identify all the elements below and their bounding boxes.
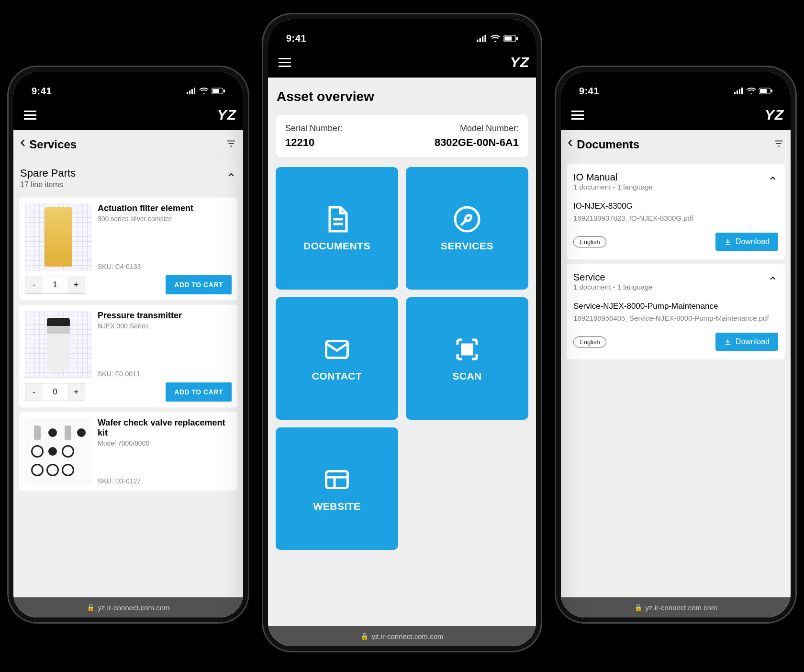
browser-url-bar: 🔒 yz.ir-connect.com.com (13, 597, 243, 617)
part-desc: NJEX 300 Series (98, 322, 232, 330)
svg-rect-2 (191, 89, 193, 94)
svg-rect-26 (516, 37, 518, 40)
qty-decrement[interactable]: - (25, 383, 43, 401)
tile-label: WEBSITE (313, 501, 360, 512)
url-text: yz.ir-connect.com.com (371, 632, 443, 640)
tile-label: DOCUMENTS (303, 240, 370, 252)
svg-rect-25 (504, 36, 512, 41)
svg-rect-12 (739, 89, 740, 94)
part-thumbnail (25, 311, 92, 378)
dynamic-island (97, 77, 159, 94)
part-desc: 300 series silver canister (98, 215, 232, 223)
section-sub: 17 line items (20, 180, 76, 189)
serial-number-label: Serial Number: (285, 123, 343, 134)
tile-scan[interactable]: SCAN (406, 297, 528, 420)
part-sku: SKU: C4-0133 (98, 263, 232, 270)
back-icon[interactable] (20, 140, 26, 149)
phone-services: 9:41 YZ Services (9, 67, 248, 622)
doc-section-title: IO Manual (573, 172, 653, 183)
lock-icon: 🔒 (87, 604, 95, 611)
doc-section-sub: 1 document - 1 language (573, 183, 653, 191)
logo: YZ (510, 54, 529, 70)
svg-rect-16 (771, 90, 772, 92)
language-chip[interactable]: English (573, 236, 606, 247)
svg-rect-5 (212, 89, 219, 93)
status-time: 9:41 (32, 86, 52, 97)
add-to-cart-button[interactable]: ADD TO CART (166, 382, 232, 402)
download-icon (724, 338, 732, 346)
qty-value: 1 (43, 276, 67, 293)
svg-rect-6 (223, 90, 225, 92)
signal-icon (477, 35, 487, 42)
svg-rect-0 (187, 92, 188, 94)
svg-rect-33 (462, 351, 466, 355)
url-text: yz.ir-connect.com.com (645, 604, 717, 612)
tile-contact[interactable]: CONTACT (276, 297, 398, 420)
section-header-spare-parts[interactable]: Spare Parts 17 line items ⌃ (13, 159, 243, 193)
chevron-up-icon[interactable]: ⌃ (768, 174, 778, 189)
chevron-up-icon: ⌃ (226, 171, 236, 186)
qty-increment[interactable]: + (67, 276, 85, 293)
svg-rect-10 (734, 92, 736, 94)
download-button[interactable]: Download (715, 233, 778, 251)
mail-icon (323, 335, 351, 364)
download-button[interactable]: Download (715, 333, 778, 351)
doc-name: Service-NJEX-8000-Pump-Maintenance (573, 302, 778, 311)
menu-icon[interactable] (275, 54, 295, 71)
download-label: Download (736, 237, 770, 246)
menu-icon[interactable] (568, 107, 588, 123)
logo: YZ (765, 107, 784, 123)
tile-documents[interactable]: DOCUMENTS (276, 167, 398, 290)
part-sku: SKU: D3-0127 (98, 477, 232, 485)
chevron-up-icon[interactable]: ⌃ (768, 274, 778, 289)
back-icon[interactable] (568, 140, 574, 149)
menu-icon[interactable] (20, 107, 40, 123)
svg-rect-1 (189, 90, 190, 94)
svg-rect-21 (480, 38, 481, 42)
svg-rect-22 (482, 36, 483, 42)
wifi-icon (490, 35, 501, 42)
svg-rect-31 (462, 345, 466, 348)
status-time: 9:41 (579, 86, 599, 97)
qty-decrement[interactable]: - (25, 276, 43, 293)
status-time: 9:41 (286, 33, 306, 44)
lock-icon: 🔒 (634, 604, 642, 611)
doc-name: IO-NJEX-8300G (573, 202, 778, 211)
tile-label: SERVICES (441, 240, 493, 252)
tile-website[interactable]: WEBSITE (276, 427, 398, 550)
language-chip[interactable]: English (573, 336, 606, 347)
page-title: Documents (577, 138, 639, 151)
page-title: Asset overview (268, 78, 536, 109)
tile-services[interactable]: SERVICES (406, 167, 528, 290)
app-header: YZ (561, 100, 791, 130)
browser-url-bar: 🔒 yz.ir-connect.com.com (561, 597, 791, 617)
dynamic-island (645, 77, 707, 94)
document-section: IO Manual 1 document - 1 language ⌃ IO-N… (567, 164, 785, 259)
phone-documents: 9:41 YZ Documents (556, 67, 795, 622)
svg-point-29 (455, 207, 479, 231)
document-icon (323, 205, 351, 234)
part-card: Wafer check valve replacement kit Model … (19, 412, 237, 491)
model-number-value: 8302GE-00N-6A1 (435, 136, 519, 149)
battery-icon (503, 35, 518, 42)
svg-rect-15 (760, 89, 767, 93)
page-title-row: Documents (561, 130, 791, 159)
part-card: Actuation filter element 300 series silv… (19, 198, 237, 300)
signal-icon (734, 88, 744, 94)
doc-filename: 1692188956405_Service-NJEX-8000-Pump-Mai… (573, 314, 778, 322)
qty-increment[interactable]: + (67, 383, 85, 401)
model-number-label: Model Number: (435, 123, 519, 134)
part-thumbnail (25, 203, 92, 270)
add-to-cart-button[interactable]: ADD TO CART (166, 275, 232, 294)
filter-icon[interactable] (226, 138, 236, 151)
wifi-icon (199, 88, 209, 94)
qr-icon (453, 335, 481, 364)
tile-label: SCAN (452, 370, 482, 382)
battery-icon (759, 88, 772, 94)
part-desc: Model 7000/8000 (98, 439, 232, 447)
section-title: Spare Parts (20, 167, 76, 179)
filter-icon[interactable] (773, 138, 784, 151)
svg-rect-23 (484, 35, 486, 42)
svg-rect-34 (469, 351, 472, 355)
signal-icon (187, 88, 196, 94)
